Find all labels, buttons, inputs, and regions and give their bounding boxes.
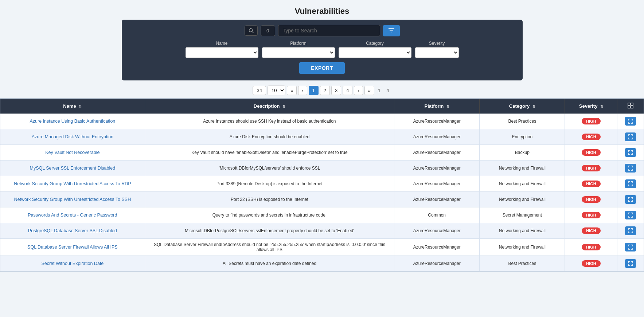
filter-dropdowns: Name -- Platform -- Category -- Severity… [129,41,515,58]
expand-button[interactable] [625,211,636,219]
search-input[interactable] [278,25,380,36]
filter-toggle-button[interactable] [383,25,400,36]
table-header-row: Name ⇅ Description ⇅ Platform ⇅ Category… [0,99,644,114]
cell-name: MySQL Server SSL Enforcement Disabled [0,161,145,176]
filter-name-label: Name [186,41,258,46]
cell-category: Best Practices [480,256,565,272]
cell-description: Microsoft.DBforPostgreSQL/servers sslEnf… [145,223,394,239]
cell-severity: HIGH [565,223,617,239]
svg-rect-8 [631,106,633,108]
col-category[interactable]: Category ⇅ [480,99,565,114]
table-row: Key Vault Not Recoverable Key Vault shou… [0,145,644,161]
prev-prev-button[interactable]: « [287,86,297,95]
cell-platform: AzureResourceManager [394,145,480,161]
export-row: EXPORT [129,62,515,74]
severity-badge: HIGH [582,134,601,140]
cell-platform: AzureResourceManager [394,192,480,207]
cell-category: Secret Management [480,207,565,223]
table-row: Azure Managed Disk Without Encryption Az… [0,129,644,145]
page-4-button[interactable]: 4 [343,86,352,95]
cell-platform: AzureResourceManager [394,161,480,176]
expand-button[interactable] [625,132,636,141]
total-count: 34 [253,86,266,95]
cell-severity: HIGH [565,161,617,176]
filter-category-label: Category [339,41,411,46]
filter-name-select[interactable]: -- [186,47,258,58]
page-1-button[interactable]: 1 [309,86,319,95]
cell-expand [617,145,644,161]
expand-button[interactable] [625,148,636,157]
cell-name: Secret Without Expiration Date [0,256,145,272]
cell-platform: AzureResourceManager [394,129,480,145]
severity-badge: HIGH [582,244,601,250]
cell-name: Network Security Group With Unrestricted… [0,192,145,207]
current-page-info: 1 [376,88,383,93]
page-size-select[interactable]: 10 25 50 [268,86,285,95]
severity-badge: HIGH [582,196,601,203]
expand-button[interactable] [625,164,636,173]
table-row: Network Security Group With Unrestricted… [0,192,644,207]
expand-button[interactable] [625,179,636,188]
expand-button[interactable] [625,226,636,235]
page-3-button[interactable]: 3 [331,86,341,95]
cell-name: SQL Database Server Firewall Allows All … [0,239,145,256]
cell-expand [617,239,644,256]
filter-category-select[interactable]: -- [339,47,411,58]
cell-category: Networking and Firewall [480,161,565,176]
cell-name: Azure Managed Disk Without Encryption [0,129,145,145]
cell-expand [617,114,644,129]
expand-button[interactable] [625,243,636,251]
page-title: Vulnerabilities [0,0,644,20]
cell-category: Networking and Firewall [480,176,565,192]
expand-button[interactable] [625,195,636,204]
cell-severity: HIGH [565,114,617,129]
cell-expand [617,192,644,207]
table-row: Network Security Group With Unrestricted… [0,176,644,192]
vulnerabilities-table: Name ⇅ Description ⇅ Platform ⇅ Category… [0,99,644,272]
next-next-button[interactable]: » [364,86,374,95]
cell-platform: AzureResourceManager [394,223,480,239]
col-severity[interactable]: Severity ⇅ [565,99,617,114]
svg-rect-7 [628,106,630,108]
total-pages-info: 4 [384,88,391,93]
next-button[interactable]: › [354,86,363,95]
filter-severity-select[interactable]: -- [415,47,459,58]
pagination-row: 34 10 25 50 « ‹ 1 2 3 4 › » 1 4 [0,86,644,95]
severity-badge: HIGH [582,260,601,267]
cell-name: PostgreSQL Database Server SSL Disabled [0,223,145,239]
cell-description: SQL Database Server Firewall endIpAddres… [145,239,394,256]
table-row: SQL Database Server Firewall Allows All … [0,239,644,256]
cell-platform: AzureResourceManager [394,114,480,129]
table-row: Passwords And Secrets - Generic Password… [0,207,644,223]
col-name[interactable]: Name ⇅ [0,99,145,114]
cell-name: Key Vault Not Recoverable [0,145,145,161]
cell-description: Azure Instances should use SSH Key inste… [145,114,394,129]
cell-description: Port 22 (SSH) is exposed to the Internet [145,192,394,207]
cell-platform: AzureResourceManager [394,256,480,272]
filter-category-group: Category -- [339,41,411,58]
cell-expand [617,207,644,223]
cell-severity: HIGH [565,239,617,256]
table-row: Azure Instance Using Basic Authenticatio… [0,114,644,129]
cell-name: Network Security Group With Unrestricted… [0,176,145,192]
cell-description: Azure Disk Encryption should be enabled [145,129,394,145]
expand-button[interactable] [625,117,636,126]
col-platform[interactable]: Platform ⇅ [394,99,480,114]
page-2-button[interactable]: 2 [320,86,330,95]
cell-category: Encryption [480,129,565,145]
filter-platform-select[interactable]: -- [262,47,335,58]
severity-badge: HIGH [582,165,601,171]
prev-button[interactable]: ‹ [298,86,307,95]
cell-severity: HIGH [565,192,617,207]
search-row: 0 [129,25,515,36]
cell-platform: AzureResourceManager [394,239,480,256]
cell-severity: HIGH [565,176,617,192]
cell-category: Best Practices [480,114,565,129]
svg-rect-6 [631,103,633,105]
severity-badge: HIGH [582,118,601,124]
filter-platform-group: Platform -- [262,41,335,58]
export-button[interactable]: EXPORT [299,62,345,74]
cell-expand [617,161,644,176]
col-description[interactable]: Description ⇅ [145,99,394,114]
expand-button[interactable] [625,259,636,268]
